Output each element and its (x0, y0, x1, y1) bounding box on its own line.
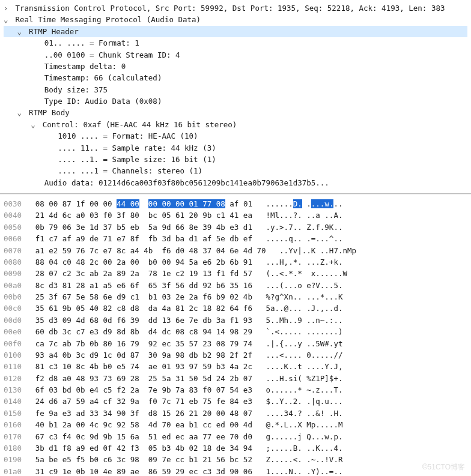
rtmp-root[interactable]: ⌄ Real Time Messaging Protocol (Audio Da… (4, 14, 467, 25)
hex-offset: 0080 (4, 258, 22, 267)
hex-bytes (139, 199, 148, 208)
hex-ascii: %?g^Xn.. ...*...K (266, 292, 343, 301)
hex-row[interactable]: 0120 f2 d8 a0 48 93 73 69 28 25 5a 31 50… (4, 373, 467, 384)
hex-offset: 00e0 (4, 327, 22, 336)
hex-row[interactable]: 0190 5a be e5 f5 b0 c6 3c 98 09 7e cc b1… (4, 454, 467, 465)
hex-bytes: 60 db 3c c7 e3 d9 8d 8b d4 dc 08 c8 94 1… (35, 327, 252, 336)
hex-row[interactable]: 0180 3b d1 f8 a9 ed 0f 42 f3 05 b3 4b 02… (4, 442, 467, 454)
hex-row[interactable]: 0050 0b 79 06 3e 1d 37 b5 eb 5a 9d 66 8e… (4, 221, 467, 233)
hex-row[interactable]: 0040 21 4d 6c a0 03 f0 3f 80 bc 05 61 20… (4, 209, 467, 221)
field-body-size[interactable]: Body size: 375 (4, 84, 467, 95)
rtmp-body[interactable]: ⌄ RTMP Body (4, 107, 467, 118)
field-channels[interactable]: .... ...1 = Channels: stereo (1) (4, 165, 467, 176)
chevron-down-icon[interactable]: ⌄ (17, 26, 25, 37)
hex-bytes: fe 9a e3 ad 33 34 90 3f d8 15 26 21 20 0… (35, 409, 252, 418)
hex-row[interactable]: 00c0 35 61 9b 05 40 82 c8 d8 da 4a 81 2c… (4, 303, 467, 314)
hex-offset: 00d0 (4, 316, 22, 325)
hex-ascii: ...H,.*. ...Z.+k. (266, 258, 343, 267)
hex-bytes: f1 c7 af a9 de 71 e7 8f fb 3d ba d1 af 5… (35, 234, 252, 243)
hex-offset: 0030 (4, 199, 22, 208)
hex-row[interactable]: 0140 24 d6 a7 59 a4 cf 32 9a f0 7c 71 eb… (4, 396, 467, 407)
hex-offset: 00f0 (4, 339, 22, 348)
hex-offset: 0190 (4, 455, 22, 464)
hex-offset: 0170 (4, 432, 22, 441)
hex-ascii: $..Y..2. .|q.u... (266, 397, 343, 406)
chevron-down-icon[interactable]: ⌄ (4, 14, 11, 25)
hex-ascii: 5..Mh..9 ..n~.:.. (266, 316, 343, 325)
rtmp-header[interactable]: ⌄ RTMP Header (4, 26, 467, 37)
field-sample-rate[interactable]: .... 11.. = Sample rate: 44 kHz (3) (4, 142, 467, 154)
field-timestamp-calc[interactable]: Timestamp: 66 (calculated) (4, 72, 467, 83)
chevron-down-icon[interactable]: ⌄ (17, 107, 25, 118)
hex-ascii: g......j Q...w.p. (266, 432, 343, 441)
hex-ascii: `.<..... .......) (266, 327, 343, 336)
hex-offset: 0140 (4, 397, 22, 406)
hex-bytes: a1 e2 59 76 7c e7 8c a4 4b f6 d0 48 37 0… (35, 246, 266, 255)
hex-row[interactable]: 0160 40 b1 2a 00 4c 9c 92 58 4d 70 ea b1… (4, 419, 467, 430)
chevron-right-icon[interactable]: › (4, 2, 11, 14)
hex-offset: 0070 (4, 246, 22, 255)
hex-row[interactable]: 0110 81 c3 10 8c 4b b0 e5 74 ae 01 93 97… (4, 361, 467, 372)
hex-ascii: !Ml...?. ..a ..A. (266, 211, 343, 220)
hex-ascii: Z.....<. .~..!V.R (266, 455, 343, 464)
hex-offset: 0090 (4, 269, 22, 278)
hex-row[interactable]: 01a0 31 c9 1e 0b 10 4e 89 ae 86 59 29 ec… (4, 466, 467, 476)
hex-row[interactable]: 0090 28 07 c2 3c ab 2a 89 2a 78 1e c2 19… (4, 268, 467, 279)
hex-bytes: 35 61 9b 05 40 82 c8 d8 da 4a 81 2c 18 8… (35, 304, 252, 313)
field-type-id[interactable]: Type ID: Audio Data (0x08) (4, 95, 467, 107)
hex-ascii: ...H.si( %Z1P]$+. (266, 374, 343, 383)
hex-offset: 00b0 (4, 292, 22, 301)
chevron-down-icon[interactable]: ⌄ (31, 119, 38, 130)
field-sample-size[interactable]: .... ..1. = Sample size: 16 bit (1) (4, 154, 467, 165)
hex-bytes: 31 c9 1e 0b 10 4e 89 ae 86 59 29 ec c3 3… (35, 467, 252, 476)
watermark: ©51CTO博客 (422, 462, 465, 472)
hex-row[interactable]: 00b0 25 3f 67 5e 58 6e d9 c1 b1 03 2e 2a… (4, 291, 467, 303)
tcp-summary[interactable]: › Transmission Control Protocol, Src Por… (4, 2, 467, 14)
field-timestamp-delta[interactable]: Timestamp delta: 0 (4, 61, 467, 72)
field-format[interactable]: 01.. .... = Format: 1 (4, 37, 467, 49)
hex-row[interactable]: 0030 08 00 87 1f 00 00 44 00 00 00 00 01… (4, 198, 467, 209)
hex-bytes: 67 c3 f4 0c 9d 9b 15 6a 51 ed ec aa 77 e… (35, 432, 252, 441)
hex-row[interactable]: 00a0 8c d3 81 28 a1 a5 e6 6f 65 3f 56 dd… (4, 280, 467, 291)
hex-row[interactable]: 00f0 ca 7c ab 7b 0b 80 16 79 92 ec 35 57… (4, 338, 467, 349)
hex-bytes: af 01 (225, 199, 252, 208)
hex-row[interactable]: 00e0 60 db 3c c7 e3 d9 8d 8b d4 dc 08 c8… (4, 326, 467, 337)
hex-bytes: 93 a4 0b 3c d9 1c 0d 87 30 9a 98 db b2 9… (35, 351, 252, 360)
field-audio-format[interactable]: 1010 .... = Format: HE-AAC (10) (4, 130, 467, 142)
hex-row[interactable]: 0060 f1 c7 af a9 de 71 e7 8f fb 3d ba d1… (4, 233, 467, 244)
hex-offset: 0150 (4, 409, 22, 418)
hex-offset: 0060 (4, 234, 22, 243)
hex-row[interactable]: 0100 93 a4 0b 3c d9 1c 0d 87 30 9a 98 db… (4, 349, 467, 361)
hex-bytes: 88 04 c0 48 2c 00 2a 00 b0 00 94 5a e6 2… (35, 258, 252, 267)
hex-ascii: .y.>.7.. Z.f.9K.. (266, 223, 343, 232)
hex-bytes: 40 b1 2a 00 4c 9c 92 58 4d 70 ea b1 cc e… (35, 420, 252, 429)
hex-row[interactable]: 00d0 35 d3 09 4d 68 0d f6 39 dd 13 6e 7e… (4, 315, 467, 326)
field-audio-data[interactable]: Audio data: 01214d6ca003f03f80bc0561209b… (4, 177, 467, 188)
hex-bytes: 6f 03 bd 0b e4 c5 f2 2a 7e 9b 7a 83 f0 0… (35, 385, 252, 394)
tcp-text: Transmission Control Protocol, Src Port:… (16, 4, 445, 13)
hex-offset: 00a0 (4, 281, 22, 290)
hex-dump-pane[interactable]: 0030 08 00 87 1f 00 00 44 00 00 00 00 01… (0, 194, 471, 476)
hex-bytes-highlight: 44 00 (117, 199, 139, 208)
field-control[interactable]: ⌄ Control: 0xaf (HE-AAC 44 kHz 16 bit st… (4, 119, 467, 130)
hex-row[interactable]: 0070 a1 e2 59 76 7c e7 8c a4 4b f6 d0 48… (4, 245, 467, 256)
hex-offset: 0130 (4, 385, 22, 394)
hex-ascii: ....34.? ..&! .H. (266, 409, 343, 418)
hex-ascii: (..<.*.* x......W (266, 269, 347, 278)
field-chunk-stream-id[interactable]: ..00 0100 = Chunk Stream ID: 4 (4, 49, 467, 61)
hex-ascii: ..Yv|..K ..H7.nMp (279, 246, 356, 255)
hex-ascii: ...(...o e?V...5. (266, 281, 343, 290)
hex-row[interactable]: 0130 6f 03 bd 0b e4 c5 f2 2a 7e 9b 7a 83… (4, 384, 467, 396)
hex-offset: 0180 (4, 444, 22, 453)
hex-ascii: ......D. ....w... (266, 199, 343, 208)
hex-offset: 0100 (4, 351, 22, 360)
hex-row[interactable]: 0080 88 04 c0 48 2c 00 2a 00 b0 00 94 5a… (4, 256, 467, 268)
hex-ascii: ....K..t ....Y.J, (266, 362, 343, 371)
hex-offset: 0160 (4, 420, 22, 429)
hex-ascii: .|.{...y ..5W#.yt (266, 339, 343, 348)
packet-details-tree[interactable]: › Transmission Control Protocol, Src Por… (0, 0, 471, 193)
hex-bytes: 3b d1 f8 a9 ed 0f 42 f3 05 b3 4b 02 18 d… (35, 444, 252, 453)
hex-row[interactable]: 0170 67 c3 f4 0c 9d 9b 15 6a 51 ed ec aa… (4, 431, 467, 442)
hex-bytes: 21 4d 6c a0 03 f0 3f 80 bc 05 61 20 9b c… (35, 211, 252, 220)
hex-row[interactable]: 0150 fe 9a e3 ad 33 34 90 3f d8 15 26 21… (4, 408, 467, 419)
